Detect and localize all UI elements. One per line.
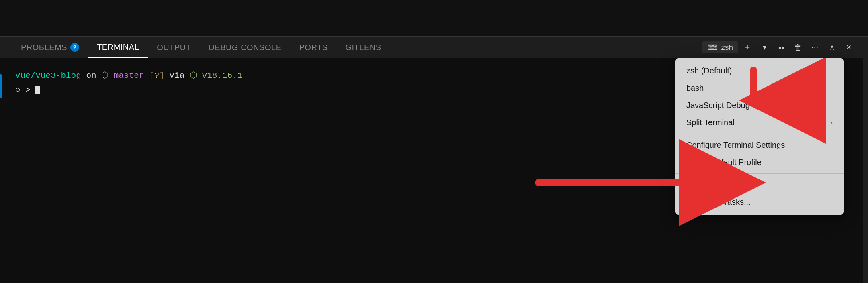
menu-item-configure-tasks-label: Configure Tasks... <box>686 197 751 207</box>
menu-item-js-debug-label: JavaScript Debug Terminal <box>686 101 782 110</box>
new-terminal-icon: + <box>745 42 750 53</box>
menu-separator-1 <box>675 134 844 134</box>
close-icon: × <box>846 42 852 53</box>
tab-debug-console-label: DEBUG CONSOLE <box>209 43 282 52</box>
tab-debug-console[interactable]: DEBUG CONSOLE <box>200 37 291 58</box>
menu-item-configure-settings-label: Configure Terminal Settings <box>686 140 785 150</box>
terminal-branch: master <box>114 69 144 82</box>
tab-ports[interactable]: PORTS <box>290 37 336 58</box>
dropdown-chevron-button[interactable]: ▾ <box>757 40 772 55</box>
menu-item-bash[interactable]: bash <box>675 79 844 97</box>
tabs-left: PROBLEMS 2 TERMINAL OUTPUT DEBUG CONSOLE… <box>12 37 390 58</box>
terminal-node-version: v18.16.1 <box>202 69 243 82</box>
menu-item-run-task[interactable]: Run Task... <box>675 176 844 193</box>
menu-separator-2 <box>675 173 844 174</box>
terminal-area: vue/vue3-blog on ⬡ master [?] via ⬡ v18.… <box>0 58 868 283</box>
menu-item-configure-settings[interactable]: Configure Terminal Settings <box>675 136 844 154</box>
menu-item-configure-tasks[interactable]: Configure Tasks... <box>675 193 844 211</box>
tab-gitlens[interactable]: GITLENS <box>337 37 390 58</box>
tab-terminal[interactable]: TERMINAL <box>88 37 148 58</box>
collapse-icon: ∧ <box>829 43 835 52</box>
terminal-on: on <box>81 69 101 82</box>
tab-gitlens-label: GITLENS <box>346 43 381 52</box>
terminal-via: via <box>170 69 190 82</box>
split-terminal-button[interactable]: ▪▪ <box>774 40 788 55</box>
delete-terminal-button[interactable]: 🗑 <box>791 40 805 55</box>
menu-item-select-default-profile[interactable]: Select Default Profile <box>675 154 844 171</box>
scrollbar[interactable] <box>863 58 868 283</box>
terminal-branch-icon: ⬡ <box>101 69 114 82</box>
terminal-shell-label: zsh <box>721 43 733 52</box>
ellipsis-icon: ··· <box>811 43 819 52</box>
close-panel-button[interactable]: × <box>841 40 856 55</box>
tab-output-label: OUTPUT <box>157 43 191 52</box>
terminal-indicator: ⌨ zsh <box>702 41 738 53</box>
terminal-cursor <box>35 86 40 94</box>
tabs-bar: PROBLEMS 2 TERMINAL OUTPUT DEBUG CONSOLE… <box>0 36 868 58</box>
top-bar <box>0 0 868 36</box>
chevron-down-icon: ▾ <box>763 43 766 52</box>
tab-output[interactable]: OUTPUT <box>148 37 200 58</box>
terminal-path: vue/vue3-blog <box>15 69 81 82</box>
tab-problems-badge: 2 <box>70 43 79 52</box>
terminal-prompt-symbol: ○ > <box>15 84 35 97</box>
menu-item-bash-label: bash <box>686 83 704 93</box>
submenu-arrow-icon: › <box>831 119 833 126</box>
terminal-question: [?] <box>144 69 169 82</box>
collapse-button[interactable]: ∧ <box>825 40 839 55</box>
tab-problems[interactable]: PROBLEMS 2 <box>12 37 88 58</box>
menu-item-split-terminal-label: Split Terminal <box>686 118 735 127</box>
menu-item-zsh-default[interactable]: zsh (Default) <box>675 62 844 79</box>
menu-item-zsh-default-label: zsh (Default) <box>686 66 732 75</box>
trash-icon: 🗑 <box>794 43 802 52</box>
terminal-left-accent <box>0 58 3 283</box>
new-terminal-button[interactable]: + <box>740 40 755 55</box>
tab-terminal-label: TERMINAL <box>97 43 139 52</box>
menu-item-select-default-profile-label: Select Default Profile <box>686 158 762 167</box>
menu-item-split-terminal[interactable]: Split Terminal › <box>675 114 844 131</box>
menu-item-js-debug[interactable]: JavaScript Debug Terminal <box>675 97 844 114</box>
menu-item-run-task-label: Run Task... <box>686 180 727 189</box>
terminal-node-icon: ⬡ <box>190 69 202 82</box>
more-actions-button[interactable]: ··· <box>808 40 822 55</box>
tab-ports-label: PORTS <box>299 43 328 52</box>
tab-problems-label: PROBLEMS <box>21 43 67 52</box>
terminal-shell-icon: ⌨ <box>707 43 718 52</box>
split-icon: ▪▪ <box>778 43 784 52</box>
toolbar-right: ⌨ zsh + ▾ ▪▪ 🗑 ··· ∧ × <box>702 40 856 55</box>
dropdown-menu: zsh (Default) bash JavaScript Debug Term… <box>675 58 844 215</box>
